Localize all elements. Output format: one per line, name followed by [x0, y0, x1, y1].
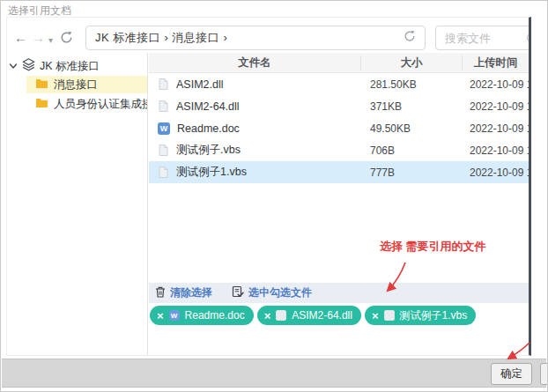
layers-icon	[22, 58, 35, 75]
file-time: 2022-10-09 15:12	[463, 144, 529, 157]
selected-file-chip[interactable]: × 测试例子1.vbs	[365, 306, 476, 325]
column-header-size[interactable]: 大小	[361, 55, 463, 70]
cutoff-button[interactable]	[540, 363, 548, 385]
confirm-button[interactable]: 确定	[491, 363, 532, 385]
table-header: 文件名 大小 上传时间	[149, 53, 529, 73]
select-checked-label[interactable]: 选中勾选文件	[248, 285, 312, 300]
chevron-down-icon[interactable]	[9, 62, 18, 70]
column-header-name[interactable]: 文件名	[149, 55, 361, 70]
file-size: 371KB	[361, 100, 463, 113]
file-name: ASIM2-64.dll	[176, 100, 240, 113]
breadcrumb-refresh-icon[interactable]	[404, 30, 416, 46]
folder-icon	[35, 96, 48, 112]
search-icon[interactable]	[527, 33, 531, 43]
selected-file-chip[interactable]: × ASIM2-64.dll	[257, 306, 361, 325]
folder-icon	[35, 77, 48, 92]
sidebar-item-label[interactable]: 人员身份认证集成接口	[54, 97, 148, 112]
chip-label: 测试例子1.vbs	[400, 308, 468, 323]
file-search	[435, 26, 531, 50]
file-size: 777B	[361, 166, 463, 179]
table-row[interactable]: ASIM2-64.dll 371KB 2022-10-09 15:12	[149, 95, 529, 117]
table-row[interactable]: 测试例子.vbs 706B 2022-10-09 15:12	[149, 139, 529, 161]
table-row[interactable]: W Readme.doc 49.50KB 2022-10-09 15:12	[149, 117, 529, 139]
remove-chip-icon[interactable]: ×	[157, 310, 164, 322]
selection-action-bar: 清除选择 选中勾选文件	[149, 283, 529, 303]
annotation-select-hint: 选择 需要引用的文件	[380, 239, 486, 255]
file-table: 文件名 大小 上传时间 ASIM2.dll 281.50KB 2022-10-0…	[149, 53, 529, 355]
generic-file-icon	[384, 310, 395, 321]
back-icon[interactable]: ←	[14, 29, 27, 47]
generic-file-icon	[158, 166, 169, 179]
file-name: Readme.doc	[177, 122, 240, 135]
file-name: 测试例子1.vbs	[176, 165, 247, 180]
file-name: 测试例子.vbs	[176, 143, 241, 158]
selected-files-chips: × W Readme.doc × ASIM2-64.dll × 测试例子1.vb…	[150, 306, 529, 325]
remove-chip-icon[interactable]: ×	[264, 310, 271, 322]
breadcrumb-path[interactable]: JK 标准接口 › 消息接口 ›	[95, 30, 398, 46]
file-time: 2022-10-09 15:12	[463, 100, 529, 113]
panel-body: JK 标准接口 消息接口 人员身份认证集成接口	[7, 53, 529, 355]
remove-chip-icon[interactable]: ×	[372, 310, 379, 322]
selected-file-chip[interactable]: × W Readme.doc	[150, 306, 254, 325]
clear-selection-button[interactable]: 清除选择	[155, 285, 212, 301]
navigation-toolbar: ← → ▾ JK 标准接口 › 消息接口 ›	[7, 25, 529, 51]
tree-root-label[interactable]: JK 标准接口	[40, 59, 100, 74]
file-size: 49.50KB	[361, 122, 463, 135]
file-size: 706B	[361, 144, 463, 157]
column-header-time[interactable]: 上传时间	[463, 55, 529, 70]
breadcrumb[interactable]: JK 标准接口 › 消息接口 ›	[85, 26, 426, 50]
file-picker-dialog: 选择引用文档 ← → ▾ JK 标准接口 › 消息接口 ›	[0, 0, 548, 392]
word-file-icon: W	[158, 122, 170, 135]
generic-file-icon	[158, 100, 169, 113]
file-name: ASIM2.dll	[176, 78, 224, 91]
file-time: 2022-10-09 15:12	[463, 166, 529, 179]
file-size: 281.50KB	[361, 78, 463, 91]
generic-file-icon	[158, 144, 169, 157]
sidebar-item-label[interactable]: 消息接口	[54, 78, 98, 92]
select-checked-button[interactable]: 选中勾选文件	[232, 285, 312, 301]
word-file-icon: W	[169, 310, 180, 321]
document-check-icon	[232, 285, 244, 301]
chip-label: ASIM2-64.dll	[292, 309, 352, 322]
tree-root-jk[interactable]: JK 标准接口	[9, 57, 100, 75]
table-row-selected[interactable]: 测试例子1.vbs 777B 2022-10-09 15:12	[149, 161, 529, 183]
file-browser-panel: ← → ▾ JK 标准接口 › 消息接口 ›	[6, 17, 531, 356]
history-caret-icon[interactable]: ▾	[48, 32, 53, 49]
generic-file-icon	[276, 310, 286, 321]
file-time: 2022-10-09 15:12	[463, 122, 529, 135]
sidebar-item-identity-auth[interactable]: 人员身份认证集成接口	[26, 95, 148, 113]
chip-label: Readme.doc	[185, 309, 245, 322]
folder-tree-sidebar: JK 标准接口 消息接口 人员身份认证集成接口	[7, 53, 148, 355]
sidebar-item-message-interface[interactable]: 消息接口	[26, 76, 148, 93]
table-row[interactable]: ASIM2.dll 281.50KB 2022-10-09 15:12	[149, 73, 529, 95]
trash-icon	[155, 285, 166, 301]
forward-icon[interactable]: →	[32, 29, 45, 47]
refresh-icon[interactable]	[60, 31, 73, 48]
file-time: 2022-10-09 15:12	[463, 78, 529, 91]
clear-selection-label[interactable]: 清除选择	[170, 285, 212, 300]
dialog-footer: 确定	[2, 359, 546, 388]
generic-file-icon	[158, 78, 169, 91]
search-input[interactable]	[445, 26, 522, 49]
